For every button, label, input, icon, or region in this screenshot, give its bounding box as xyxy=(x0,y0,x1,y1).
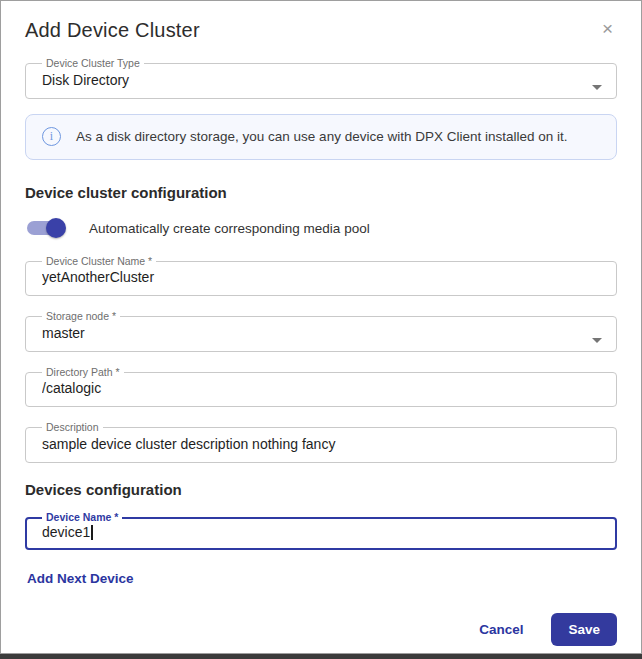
chevron-down-icon[interactable] xyxy=(592,85,602,90)
info-banner-text: As a disk directory storage, you can use… xyxy=(76,129,568,144)
storage-node-value[interactable] xyxy=(40,324,602,341)
dialog-header: Add Device Cluster × xyxy=(25,19,617,42)
description-input[interactable] xyxy=(40,435,602,452)
device-cluster-name-label: Device Cluster Name * xyxy=(42,256,156,268)
dialog-title: Add Device Cluster xyxy=(25,19,200,42)
directory-path-label: Directory Path * xyxy=(42,367,124,379)
storage-node-label: Storage node * xyxy=(42,311,120,323)
directory-path-field[interactable]: Directory Path * xyxy=(25,367,617,408)
close-icon[interactable]: × xyxy=(598,17,617,40)
add-next-device-link[interactable]: Add Next Device xyxy=(27,571,134,586)
save-button[interactable]: Save xyxy=(551,613,617,646)
section-heading-cluster-config: Device cluster configuration xyxy=(25,184,617,201)
cancel-button[interactable]: Cancel xyxy=(479,622,523,637)
device-cluster-type-value[interactable] xyxy=(40,71,602,88)
text-cursor xyxy=(91,525,93,540)
device-cluster-type-select[interactable]: Device Cluster Type xyxy=(25,58,617,99)
device-cluster-name-field[interactable]: Device Cluster Name * xyxy=(25,256,617,297)
device-cluster-type-label: Device Cluster Type xyxy=(42,58,144,70)
chevron-down-icon[interactable] xyxy=(592,338,602,343)
toggle-thumb[interactable] xyxy=(46,218,66,238)
directory-path-input[interactable] xyxy=(40,379,602,396)
media-pool-toggle-row: Automatically create corresponding media… xyxy=(25,221,617,236)
info-circle-icon: i xyxy=(42,127,61,146)
device-name-label: Device Name * xyxy=(42,512,122,524)
media-pool-toggle[interactable] xyxy=(27,221,63,235)
add-device-cluster-dialog: Add Device Cluster × Device Cluster Type… xyxy=(0,0,642,654)
storage-node-select[interactable]: Storage node * xyxy=(25,311,617,352)
description-field[interactable]: Description xyxy=(25,422,617,463)
device-name-input[interactable]: device1 xyxy=(40,523,602,540)
section-heading-devices-config: Devices configuration xyxy=(25,481,617,498)
device-name-field[interactable]: Device Name * device1 xyxy=(25,512,617,551)
dialog-actions: Cancel Save xyxy=(25,613,617,646)
device-cluster-name-input[interactable] xyxy=(40,268,602,285)
media-pool-toggle-label: Automatically create corresponding media… xyxy=(89,221,370,236)
info-banner: i As a disk directory storage, you can u… xyxy=(25,114,617,160)
description-label: Description xyxy=(42,422,103,434)
page-backdrop-strip xyxy=(0,654,642,659)
